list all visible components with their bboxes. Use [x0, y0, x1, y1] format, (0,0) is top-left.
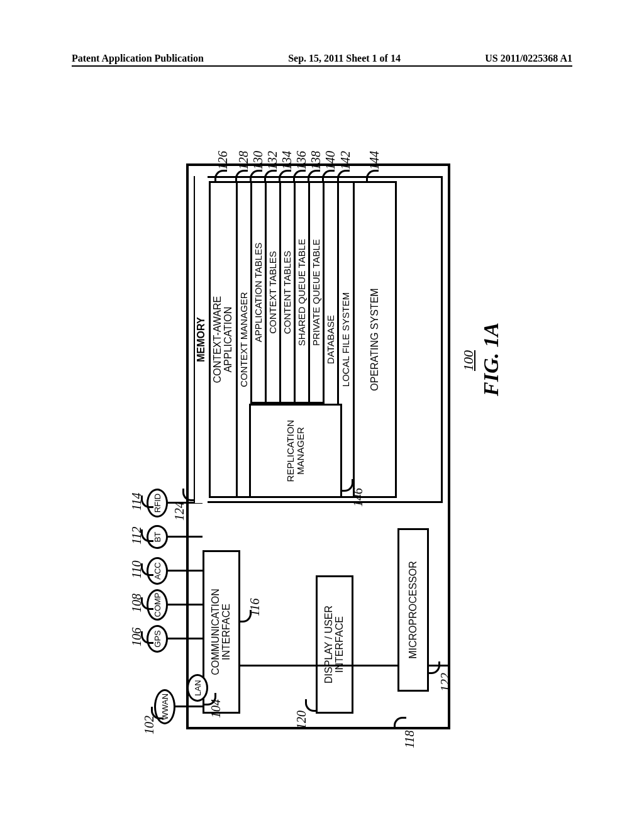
ref-126: 126 — [216, 151, 230, 170]
header-right: US 2011/0225368 A1 — [485, 53, 572, 64]
ref-134: 134 — [280, 151, 294, 170]
figure-1a: 118 COMMUNICATION INTERFACE 116 DISPLAY … — [127, 132, 517, 748]
ref-116: 116 — [248, 598, 262, 616]
ref-138: 138 — [309, 151, 323, 170]
ref-124: 124 — [172, 502, 187, 521]
ref-118: 118 — [402, 730, 417, 748]
sensor-connector — [167, 638, 203, 639]
ref-136: 136 — [294, 151, 309, 170]
replication-manager-box: REPLICATION MANAGER — [249, 404, 342, 498]
memory-item-9: OPERATING SYSTEM — [353, 181, 397, 498]
microprocessor-label: MICROPROCESSOR — [408, 561, 419, 659]
ref-132: 132 — [265, 151, 280, 170]
microprocessor-box: MICROPROCESSOR — [397, 528, 429, 692]
ref-120: 120 — [294, 711, 309, 729]
memory-item-0: CONTEXT-AWARE APPLICATION — [209, 181, 238, 498]
communication-interface-box: COMMUNICATION INTERFACE — [203, 550, 240, 714]
lead-124 — [182, 489, 195, 501]
display-user-interface-box: DISPLAY / USER INTERFACE — [316, 575, 353, 714]
sensor-connector — [167, 536, 203, 538]
ref-142: 142 — [338, 151, 353, 170]
header-left: Patent Application Publication — [72, 53, 204, 64]
figure-label: FIG. 1A — [479, 323, 503, 396]
page-header: Patent Application Publication Sep. 15, … — [0, 53, 644, 64]
sensor-connector — [167, 604, 203, 606]
header-rule — [72, 65, 572, 67]
ref-146: 146 — [351, 488, 365, 507]
memory-title: MEMORY — [195, 176, 208, 503]
ref-140: 140 — [323, 151, 338, 170]
replication-manager-label: REPLICATION MANAGER — [286, 420, 306, 482]
ref-102: 102 — [142, 716, 157, 734]
system-ref: 100 — [460, 350, 477, 371]
header-center: Sep. 15, 2011 Sheet 1 of 14 — [288, 53, 401, 64]
ref-144: 144 — [367, 151, 382, 170]
ref-130: 130 — [251, 151, 265, 170]
ref-128: 128 — [236, 151, 251, 170]
ref-122: 122 — [438, 673, 453, 692]
sensor-connector — [174, 706, 203, 707]
sensor-connector — [167, 570, 203, 572]
communication-interface-label: COMMUNICATION INTERFACE — [211, 589, 232, 675]
display-user-interface-label: DISPLAY / USER INTERFACE — [324, 606, 345, 683]
